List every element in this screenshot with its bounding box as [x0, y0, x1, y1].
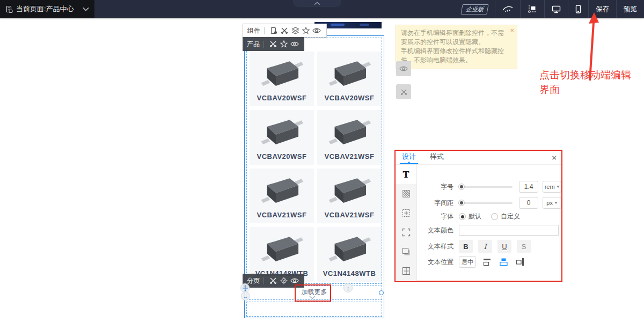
eye-icon[interactable]: [289, 39, 300, 49]
load-more-chevron-icon: [309, 296, 316, 299]
text-color-picker[interactable]: [459, 225, 559, 236]
panel-close-icon[interactable]: ×: [552, 153, 557, 162]
font-size-slider[interactable]: [459, 186, 513, 188]
text-position-select[interactable]: 居中: [459, 256, 476, 268]
diode-product-image: [257, 174, 306, 209]
empty-region[interactable]: [246, 302, 382, 317]
product-card[interactable]: VCBAV20WSF: [250, 110, 314, 165]
font-default-radio[interactable]: [459, 213, 466, 220]
eye-icon[interactable]: [311, 25, 322, 36]
font-family-label: 字体: [417, 212, 453, 221]
edit-icon[interactable]: [279, 25, 290, 36]
product-card[interactable]: VCBAV21WSF: [250, 169, 314, 223]
align-left-button[interactable]: [483, 258, 492, 266]
product-name: VCBAV21WSF: [325, 152, 375, 160]
editor-stage: 当前页面:产品中心 企业版: [0, 0, 644, 322]
tab-style[interactable]: 样式: [430, 152, 444, 164]
font-custom-radio[interactable]: [491, 213, 498, 220]
chevron-up-icon: [314, 2, 320, 5]
italic-button[interactable]: I: [478, 240, 492, 253]
design-form: 字号 1.4 rem 字间距 0 px 字体: [417, 165, 561, 281]
rail-margin-tool[interactable]: [396, 203, 416, 223]
product-card[interactable]: VCBAV21WSF: [317, 169, 382, 223]
beautify-brush-button[interactable]: [495, 0, 520, 18]
letter-spacing-slider[interactable]: [459, 202, 513, 204]
edit-icon: [400, 89, 407, 96]
star-icon[interactable]: [301, 25, 311, 36]
font-size-label: 字号: [417, 182, 453, 192]
product-card[interactable]: VC1N4148WTB: [317, 227, 382, 282]
edit-icon[interactable]: [268, 39, 279, 49]
tab-design[interactable]: 设计: [402, 152, 416, 164]
rail-spacing-tool[interactable]: [396, 261, 416, 281]
panel-header: 设计 样式 ×: [396, 151, 561, 165]
diode-product-image: [257, 116, 306, 150]
product-toolbar: 产品: [243, 37, 304, 51]
save-button[interactable]: 保存: [588, 0, 616, 18]
diode-product-image: [257, 57, 306, 92]
component-toolbar-label: 组件: [247, 26, 260, 35]
rail-texture-tool[interactable]: [396, 184, 416, 203]
font-size-unit-select[interactable]: rem: [543, 181, 561, 193]
letter-spacing-input[interactable]: 0: [519, 197, 538, 209]
eye-icon[interactable]: [289, 275, 300, 286]
align-left-icon: [483, 258, 492, 266]
topbar-actions: 企业版: [455, 0, 644, 18]
guides-ruler-button[interactable]: [520, 0, 544, 18]
pagination-toolbar: 分页: [243, 274, 304, 288]
rail-text-tool[interactable]: T: [396, 165, 416, 184]
product-card[interactable]: VCBAV20WSF: [317, 52, 382, 106]
resize-vertical-handle[interactable]: ↕: [343, 283, 353, 292]
current-page-dropdown[interactable]: 当前页面:产品中心: [0, 0, 94, 18]
star-icon[interactable]: [279, 39, 289, 49]
product-name: VCBAV20WSF: [325, 94, 375, 102]
save-label: 保存: [596, 5, 609, 14]
notice-line1: 请勿在手机编辑界面删除控件，不需要展示的控件可以设置隐藏。: [401, 28, 507, 47]
rail-shadow-tool[interactable]: [396, 242, 416, 261]
product-name: VCBAV21WSF: [325, 211, 375, 219]
diode-product-image: [325, 116, 374, 150]
settings-edit-icon[interactable]: [279, 275, 289, 286]
layers-icon[interactable]: [290, 25, 301, 36]
guides-icon: [528, 5, 537, 13]
mobile-view-button[interactable]: [568, 0, 588, 18]
text-color-label: 文本颜色: [417, 226, 453, 235]
preview-button[interactable]: 预览: [616, 0, 644, 18]
annotation-text: 点击切换移动端编辑界面: [539, 68, 636, 97]
underline-button[interactable]: U: [497, 240, 511, 253]
toggle-visibility-button[interactable]: [396, 61, 411, 76]
edit-style-button[interactable]: [396, 84, 411, 99]
mobile-icon: [575, 5, 581, 13]
diode-product-image: [257, 233, 306, 267]
topbar: 当前页面:产品中心 企业版: [0, 0, 644, 18]
texture-icon: [402, 190, 410, 197]
page-icon: [5, 5, 13, 13]
bold-button[interactable]: B: [459, 240, 473, 253]
product-grid: VCBAV20WSF VCBAV20WSF VCBAV20WSF: [250, 52, 382, 282]
font-custom-label: 自定义: [501, 212, 520, 221]
copy-file-icon[interactable]: [268, 25, 279, 36]
notice-close-icon[interactable]: ×: [510, 27, 514, 34]
desktop-view-button[interactable]: [544, 0, 568, 18]
resize-horizontal-handle[interactable]: ↔: [241, 291, 250, 301]
resize-dot-handle[interactable]: [379, 290, 384, 295]
font-size-input[interactable]: 1.4: [519, 181, 538, 193]
enterprise-badge[interactable]: 企业版: [455, 0, 495, 18]
rail-border-tool[interactable]: [396, 223, 416, 242]
product-card[interactable]: VCBAV20WSF: [250, 52, 314, 106]
edit-icon[interactable]: [268, 275, 279, 286]
letter-spacing-unit-select[interactable]: px: [543, 197, 561, 209]
component-toolbar: 组件: [243, 24, 327, 38]
product-card[interactable]: VCBAV21WSF: [317, 110, 382, 165]
diode-product-image: [325, 57, 374, 92]
chevron-down-icon: [83, 7, 89, 11]
current-page-label: 当前页面:产品中心: [16, 4, 74, 14]
product-name: VCBAV21WSF: [257, 211, 307, 219]
align-center-button[interactable]: [499, 258, 508, 266]
chevron-down-icon: [554, 202, 558, 204]
align-center-icon: [499, 258, 508, 266]
align-right-button[interactable]: [515, 258, 524, 266]
spacing-box-icon: [402, 267, 411, 275]
collapse-topbar-tab[interactable]: [293, 0, 341, 7]
strikethrough-button[interactable]: S: [517, 240, 531, 253]
